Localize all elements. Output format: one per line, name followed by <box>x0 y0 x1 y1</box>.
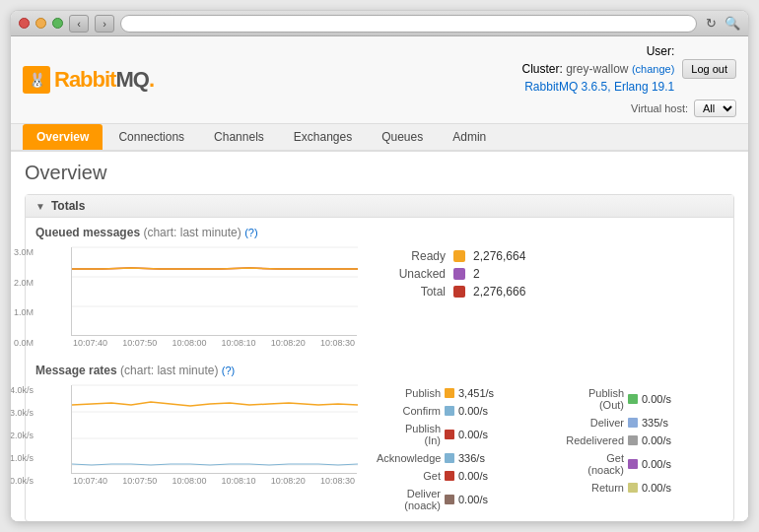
rate-get-noack: Get(noack) 0.00/s <box>560 450 724 478</box>
queued-messages-help[interactable]: (?) <box>244 227 257 238</box>
forward-button[interactable]: › <box>95 15 114 33</box>
rate-publish-in: Publish(In) 0.00/s <box>377 421 540 448</box>
browser-window: ‹ › ↻ 🔍 🐰 RabbitMQ. User: Cluster: grey-… <box>10 10 749 522</box>
cluster-name: grey-wallow <box>566 62 628 76</box>
queued-messages-chart <box>71 247 357 336</box>
publish-dot <box>445 388 454 398</box>
rate-acknowledge: Acknowledge 336/s <box>377 450 540 466</box>
tab-admin[interactable]: Admin <box>439 124 500 150</box>
logo: 🐰 RabbitMQ. <box>23 66 154 94</box>
rates-tables: Publish 3,451/s Confirm 0.00/s <box>377 385 724 513</box>
tab-connections[interactable]: Connections <box>104 124 198 150</box>
page-title: Overview <box>25 162 734 184</box>
header-info: User: Cluster: grey-wallow (change) Rabb… <box>521 42 674 96</box>
deliver-dot <box>628 418 638 428</box>
cluster-label: Cluster: <box>521 62 562 76</box>
publish-out-dot <box>628 394 638 404</box>
version-label: RabbitMQ 3.6.5, Erlang 19.1 <box>524 80 674 94</box>
top-header: 🐰 RabbitMQ. User: Cluster: grey-wallow (… <box>11 36 748 124</box>
publish-in-dot <box>445 430 454 439</box>
message-rates-help[interactable]: (?) <box>222 365 235 376</box>
queued-messages-title: Queued messages (chart: last minute) (?) <box>26 218 733 243</box>
virtual-host-select[interactable]: All <box>694 100 736 117</box>
user-label: User: <box>647 44 675 58</box>
tab-overview[interactable]: Overview <box>23 124 103 150</box>
nav-tabs: Overview Connections Channels Exchanges … <box>11 124 748 152</box>
rate-deliver-noack: Deliver(noack) 0.00/s <box>377 486 540 513</box>
rate-deliver: Deliver 335/s <box>560 415 724 431</box>
message-rates-chart <box>71 385 357 474</box>
logo-icon: 🐰 <box>23 66 50 94</box>
maximize-button[interactable] <box>52 18 63 29</box>
confirm-dot <box>445 406 454 416</box>
tab-exchanges[interactable]: Exchanges <box>280 124 366 150</box>
rate-return: Return 0.00/s <box>560 480 724 496</box>
url-bar[interactable] <box>120 15 697 33</box>
totals-label: Totals <box>51 199 85 213</box>
tab-queues[interactable]: Queues <box>368 124 437 150</box>
rates-y-labels: 4.0k/s 3.0k/s 2.0k/s 1.0k/s 0.0k/s <box>11 385 34 486</box>
logout-button[interactable]: Log out <box>682 59 736 79</box>
virtual-host-label: Virtual host: <box>631 102 688 114</box>
rate-redelivered: Redelivered 0.00/s <box>560 432 724 448</box>
queued-messages-subsection: Queued messages (chart: last minute) (?)… <box>26 218 733 356</box>
refresh-button[interactable]: ↻ <box>703 16 719 31</box>
close-button[interactable] <box>19 18 30 29</box>
rate-confirm: Confirm 0.00/s <box>377 403 540 419</box>
redelivered-dot <box>628 435 638 445</box>
rate-publish-out: Publish(Out) 0.00/s <box>560 385 724 413</box>
acknowledge-dot <box>445 453 454 463</box>
titlebar: ‹ › ↻ 🔍 <box>11 11 748 36</box>
message-rates-subsection: Message rates (chart: last minute) (?) 4… <box>26 356 733 521</box>
main-content: Overview ▼ Totals Queued messages (chart… <box>11 152 748 521</box>
unacked-dot <box>453 268 465 280</box>
queued-messages-chart-row: 3.0M 2.0M 1.0M 0.0M <box>26 243 733 356</box>
virtual-host-row: Virtual host: All <box>631 100 736 117</box>
totals-section: ▼ Totals Queued messages (chart: last mi… <box>25 194 734 521</box>
totals-header[interactable]: ▼ Totals <box>26 195 733 218</box>
get-dot <box>445 471 454 481</box>
minimize-button[interactable] <box>35 18 46 29</box>
message-rates-title: Message rates (chart: last minute) (?) <box>26 356 733 381</box>
logo-text: RabbitMQ. <box>54 67 154 93</box>
rate-publish: Publish 3,451/s <box>377 385 540 401</box>
left-rates: Publish 3,451/s Confirm 0.00/s <box>377 385 540 513</box>
change-link[interactable]: (change) <box>632 63 674 75</box>
message-rates-chart-wrapper: 4.0k/s 3.0k/s 2.0k/s 1.0k/s 0.0k/s <box>35 385 357 486</box>
queued-messages-chart-wrapper: 3.0M 2.0M 1.0M 0.0M <box>35 247 357 348</box>
total-dot <box>453 286 465 298</box>
tab-channels[interactable]: Channels <box>200 124 278 150</box>
stat-total: Total 2,276,666 <box>377 283 724 300</box>
ready-dot <box>453 250 465 262</box>
get-noack-dot <box>628 459 638 469</box>
collapse-arrow: ▼ <box>35 201 45 212</box>
return-dot <box>628 483 638 493</box>
search-icon[interactable]: 🔍 <box>724 16 740 31</box>
stat-ready: Ready 2,276,664 <box>377 247 724 265</box>
rate-get: Get 0.00/s <box>377 468 540 484</box>
right-rates: Publish(Out) 0.00/s Deliver 335/s <box>560 385 724 513</box>
deliver-noack-dot <box>445 495 454 504</box>
message-rates-chart-row: 4.0k/s 3.0k/s 2.0k/s 1.0k/s 0.0k/s <box>26 381 733 521</box>
stat-unacked: Unacked 2 <box>377 265 724 283</box>
browser-content: 🐰 RabbitMQ. User: Cluster: grey-wallow (… <box>11 36 748 521</box>
queued-x-labels: 10:07:40 10:07:50 10:08:00 10:08:10 10:0… <box>71 338 357 348</box>
queued-y-labels: 3.0M 2.0M 1.0M 0.0M <box>11 247 34 348</box>
queued-messages-stats: Ready 2,276,664 Unacked 2 Total <box>377 247 724 300</box>
back-button[interactable]: ‹ <box>69 15 89 33</box>
